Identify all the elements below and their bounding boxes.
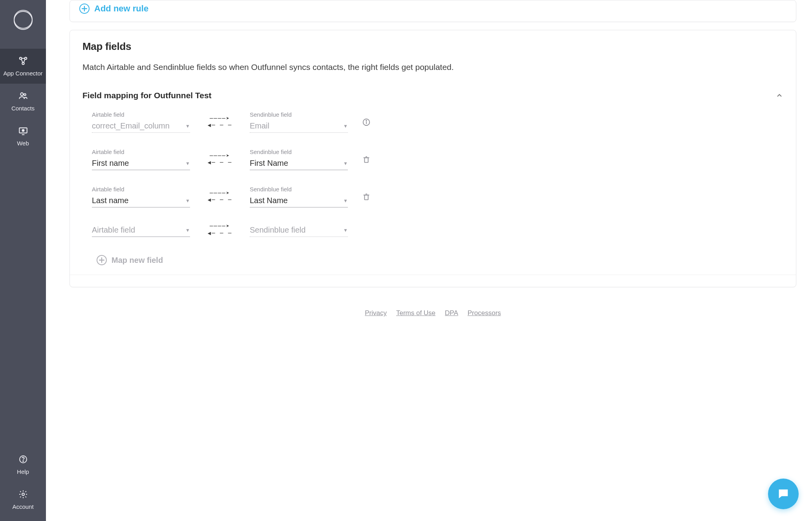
delete-row-button[interactable]: [362, 155, 382, 164]
dropdown-value: Last name: [92, 196, 128, 205]
sync-direction-icon: ────➤ ◀─ ─ ─: [204, 116, 236, 129]
sidebar-item-label: Account: [12, 503, 33, 510]
field-mapping-group-title: Field mapping for Outfunnel Test: [82, 91, 212, 100]
airtable-field-label: Airtable field: [92, 149, 190, 155]
web-icon: [18, 126, 28, 136]
chevron-down-icon: ▼: [343, 123, 348, 129]
connector-icon: [18, 56, 28, 66]
sendinblue-field-label: Sendinblue field: [250, 186, 348, 193]
svg-point-4: [24, 94, 26, 95]
map-new-field-label: Map new field: [112, 256, 163, 265]
sidebar-item-contacts[interactable]: Contacts: [0, 84, 46, 119]
chevron-down-icon: ▼: [185, 123, 190, 129]
add-rule-label: Add new rule: [94, 4, 148, 14]
footer-link-processors[interactable]: Processors: [468, 309, 501, 317]
sidebar-item-label: Web: [17, 140, 29, 147]
map-new-field-button: Map new field: [92, 253, 783, 265]
divider: [70, 275, 796, 275]
chat-button[interactable]: [768, 479, 799, 509]
sendinblue-field-label: Sendinblue field: [250, 111, 348, 118]
map-fields-card: Map fields Match Airtable and Sendinblue…: [69, 30, 796, 287]
mapping-row: Airtable field First name ▼ ────➤ ◀─ ─ ─…: [92, 149, 783, 170]
sync-direction-icon: ────➤ ◀─ ─ ─: [204, 153, 236, 167]
info-icon[interactable]: [362, 118, 382, 127]
help-icon: [18, 454, 28, 464]
add-new-rule-button[interactable]: Add new rule: [70, 0, 796, 18]
dropdown-value: Last Name: [250, 196, 288, 205]
sync-direction-icon: ────➤ ◀─ ─ ─: [204, 223, 236, 237]
sidebar-item-label: Contacts: [11, 105, 35, 112]
logo-icon: [14, 11, 33, 30]
mapping-rows: Airtable field correct_Email_column ▼ ──…: [82, 111, 783, 265]
chevron-down-icon: ▼: [343, 161, 348, 166]
sendinblue-field-dropdown: Sendinblue field ▼: [250, 224, 348, 237]
sidebar-item-label: Help: [17, 468, 29, 475]
chevron-down-icon: ▼: [343, 227, 348, 233]
svg-point-6: [22, 130, 24, 132]
plus-icon: [79, 4, 90, 14]
svg-point-9: [22, 493, 24, 495]
chevron-up-icon: [775, 92, 783, 99]
sidebar-item-app-connector[interactable]: App Connector: [0, 49, 46, 84]
sidebar-item-help[interactable]: Help: [0, 447, 46, 482]
map-fields-description: Match Airtable and Sendinblue fields so …: [82, 61, 783, 73]
airtable-field-dropdown[interactable]: Airtable field ▼: [92, 224, 190, 237]
sidebar-item-label: App Connector: [3, 70, 42, 77]
chevron-down-icon: ▼: [185, 161, 190, 166]
svg-point-11: [366, 120, 367, 121]
airtable-field-label: Airtable field: [92, 111, 190, 118]
sendinblue-field-dropdown[interactable]: First Name ▼: [250, 157, 348, 170]
airtable-field-label: Airtable field: [92, 186, 190, 193]
contacts-icon: [18, 91, 28, 101]
sidebar-item-account[interactable]: Account: [0, 482, 46, 517]
gear-icon: [18, 489, 28, 499]
main-content: Add new rule Map fields Match Airtable a…: [46, 0, 812, 521]
svg-rect-12: [364, 158, 368, 162]
footer-link-terms[interactable]: Terms of Use: [396, 309, 435, 317]
map-fields-title: Map fields: [82, 40, 783, 53]
mapping-row: Airtable field Last name ▼ ────➤ ◀─ ─ ─ …: [92, 186, 783, 207]
sendinblue-field-label: Sendinblue field: [250, 149, 348, 155]
delete-row-button[interactable]: [362, 193, 382, 201]
airtable-field-dropdown[interactable]: Last name ▼: [92, 194, 190, 207]
svg-point-3: [20, 93, 23, 95]
footer-link-privacy[interactable]: Privacy: [365, 309, 387, 317]
sidebar-item-web[interactable]: Web: [0, 119, 46, 154]
rules-card: Add new rule: [69, 0, 796, 22]
chevron-down-icon: ▼: [343, 198, 348, 204]
svg-point-8: [23, 461, 24, 462]
plus-icon: [97, 255, 107, 265]
sendinblue-field-dropdown: Email ▼: [250, 119, 348, 133]
dropdown-placeholder: Sendinblue field: [250, 226, 305, 235]
svg-rect-13: [364, 195, 368, 200]
mapping-row: Airtable field correct_Email_column ▼ ──…: [92, 111, 783, 133]
footer-link-dpa[interactable]: DPA: [445, 309, 458, 317]
chat-icon: [777, 487, 790, 501]
sync-direction-icon: ────➤ ◀─ ─ ─: [204, 190, 236, 204]
dropdown-value: First Name: [250, 159, 288, 168]
footer: Privacy Terms of Use DPA Processors: [69, 309, 796, 317]
chevron-down-icon: ▼: [185, 198, 190, 204]
dropdown-value: First name: [92, 159, 129, 168]
chevron-down-icon: ▼: [185, 227, 190, 233]
airtable-field-dropdown[interactable]: First name ▼: [92, 157, 190, 170]
dropdown-placeholder: Airtable field: [92, 226, 135, 235]
sidebar: App Connector Contacts Web: [0, 0, 46, 521]
dropdown-value: Email: [250, 121, 269, 130]
mapping-row-empty: Airtable field ▼ ────➤ ◀─ ─ ─ Sendinblue…: [92, 223, 783, 237]
sendinblue-field-dropdown[interactable]: Last Name ▼: [250, 194, 348, 207]
airtable-field-dropdown: correct_Email_column ▼: [92, 119, 190, 133]
field-mapping-accordion-header[interactable]: Field mapping for Outfunnel Test: [82, 91, 783, 100]
dropdown-value: correct_Email_column: [92, 121, 170, 130]
